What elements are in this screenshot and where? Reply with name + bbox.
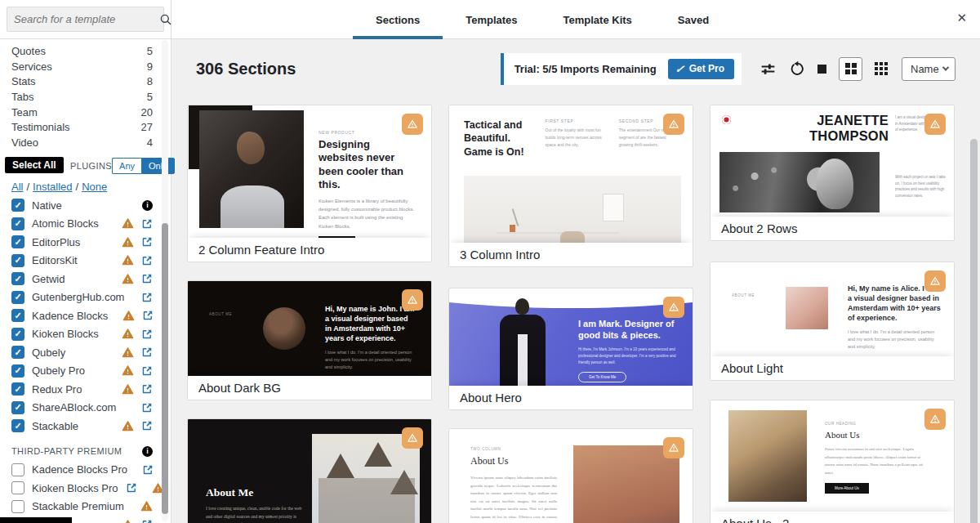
preview-eyebrow: ABOUT ME — [732, 293, 755, 297]
external-link-icon[interactable] — [141, 383, 153, 395]
warning-icon — [122, 273, 134, 285]
missing-plugin-warning-badge[interactable] — [402, 114, 423, 135]
link-installed[interactable]: Installed — [33, 181, 72, 193]
category-team[interactable]: Team20 — [0, 105, 171, 120]
external-link-icon[interactable] — [126, 482, 137, 494]
checkbox[interactable]: ✓ — [11, 254, 24, 267]
roof-shape — [327, 454, 354, 478]
link-all[interactable]: All — [11, 181, 23, 193]
missing-plugin-warning-badge[interactable] — [924, 409, 946, 430]
checkbox[interactable]: ✓ — [11, 346, 24, 359]
filter-icon[interactable] — [760, 60, 777, 78]
main-tabs: Sections Templates Template Kits Saved — [353, 0, 732, 39]
category-services[interactable]: Services9 — [0, 59, 171, 74]
checkbox[interactable]: ✓ — [11, 419, 24, 432]
external-link-icon[interactable] — [141, 346, 153, 358]
template-card-about-hero[interactable]: I am Mark. Designer of good bits & piece… — [448, 288, 693, 410]
category-count: 5 — [147, 45, 153, 57]
preview-text-column: Hi, My name is Alice. I am a visual desi… — [848, 284, 941, 351]
checkbox[interactable] — [11, 500, 24, 513]
main-scrollbar-thumb[interactable] — [970, 139, 978, 523]
info-icon[interactable]: i — [142, 446, 153, 457]
template-preview: ABOUT ME Hi, My name is Alice. I am a vi… — [710, 262, 954, 356]
toggle-any[interactable]: Any — [112, 158, 141, 174]
missing-plugin-warning-badge[interactable] — [924, 114, 946, 135]
tab-template-kits[interactable]: Template Kits — [541, 0, 655, 39]
image-toggle-icon[interactable] — [817, 65, 826, 74]
external-link-icon[interactable] — [141, 420, 153, 431]
missing-plugin-warning-badge[interactable] — [663, 437, 684, 458]
portrait-photo — [719, 152, 880, 212]
checkbox[interactable]: ✓ — [11, 401, 24, 414]
tab-sections[interactable]: Sections — [353, 0, 443, 39]
preview-headline: Tactical and Beautiful. Game is On! — [464, 118, 534, 159]
close-icon[interactable]: ✕ — [956, 11, 967, 25]
template-card-about-2-rows[interactable]: JEANETTE THOMPSON I am a visual designer… — [710, 105, 955, 241]
external-link-icon[interactable] — [141, 273, 153, 284]
template-card-2-column-feature-intro[interactable]: NEW PRODUCT Designing websites never bee… — [187, 105, 432, 262]
toggle-only[interactable]: Only — [141, 158, 175, 174]
checkbox[interactable]: ✓ — [11, 309, 24, 322]
card-title: About Hero — [460, 391, 522, 405]
checkbox[interactable]: ✓ — [11, 199, 24, 212]
search-input[interactable] — [14, 13, 159, 25]
external-link-icon[interactable] — [141, 255, 153, 266]
checkbox[interactable]: ✓ — [11, 382, 24, 396]
preview-body: Viverra ipsum nunc aliquet bibendum enim… — [470, 474, 557, 523]
external-link-icon[interactable] — [142, 310, 154, 321]
missing-plugin-warning-badge[interactable] — [402, 289, 423, 311]
checkbox[interactable] — [11, 481, 24, 494]
select-all-tooltip: Select All — [5, 157, 64, 173]
external-link-icon[interactable] — [141, 218, 153, 230]
sidebar-scrollbar-thumb[interactable] — [162, 223, 168, 514]
preview-eyebrow: TWO COLUMN — [470, 447, 557, 451]
card-title-bar: About Hero — [449, 386, 693, 409]
dense-grid-view-icon[interactable] — [875, 62, 888, 75]
checkbox[interactable]: ✓ — [11, 272, 24, 285]
template-card-about-me[interactable]: About Me I love creating unique, clean, … — [187, 418, 432, 523]
category-label: Tabs — [11, 91, 147, 103]
checkbox[interactable]: ✓ — [11, 291, 24, 304]
grid-view-icon[interactable] — [839, 57, 862, 81]
external-link-icon[interactable] — [141, 402, 153, 413]
info-icon[interactable]: i — [142, 200, 153, 211]
category-testimonials[interactable]: Testimonials27 — [0, 119, 171, 135]
external-link-icon[interactable] — [141, 236, 153, 248]
external-link-icon[interactable] — [141, 329, 153, 340]
check-icon: ✓ — [14, 366, 21, 375]
plugin-label: Stackable — [32, 420, 78, 432]
external-link-icon[interactable] — [141, 519, 153, 523]
missing-plugin-warning-badge[interactable] — [663, 297, 684, 318]
checkbox[interactable]: ✓ — [11, 235, 24, 248]
check-icon: ✓ — [14, 275, 21, 284]
missing-plugin-warning-badge[interactable] — [402, 427, 423, 449]
category-quotes[interactable]: Quotes5 — [0, 43, 171, 59]
template-card-3-column-intro[interactable]: Tactical and Beautiful. Game is On! FIRS… — [448, 105, 693, 267]
template-preview: I am Mark. Designer of good bits & piece… — [449, 288, 693, 386]
checkbox[interactable]: ✓ — [11, 217, 24, 230]
checkbox[interactable] — [11, 463, 24, 476]
plugin-label: EditorsKit — [32, 254, 78, 266]
external-link-icon[interactable] — [141, 365, 153, 377]
link-none[interactable]: None — [82, 181, 107, 193]
template-card-about-us[interactable]: TWO COLUMN About Us Viverra ipsum nunc a… — [448, 428, 693, 523]
external-link-icon[interactable] — [141, 292, 153, 303]
template-card-about-light[interactable]: ABOUT ME Hi, My name is Alice. I am a vi… — [710, 262, 955, 381]
external-link-icon[interactable] — [142, 464, 154, 476]
category-tabs[interactable]: Tabs5 — [0, 89, 171, 105]
search-box — [7, 7, 164, 32]
template-card-about-dark-bg[interactable]: ABOUT ME Hi, My name is John. I am a vis… — [187, 280, 432, 400]
category-stats[interactable]: Stats8 — [0, 74, 171, 89]
tab-templates[interactable]: Templates — [443, 0, 540, 39]
refresh-icon[interactable] — [789, 60, 805, 77]
missing-plugin-warning-badge[interactable] — [663, 114, 684, 135]
tab-saved[interactable]: Saved — [655, 0, 732, 39]
category-video[interactable]: Video4 — [0, 135, 171, 150]
checkbox[interactable]: ✓ — [11, 328, 24, 341]
template-card-about-us-2[interactable]: OUR HEADING About Us Purus viverra accum… — [710, 400, 955, 523]
sort-select[interactable]: Name — [902, 57, 956, 81]
get-pro-button[interactable]: ✓ Get Pro — [668, 59, 734, 79]
checkbox[interactable]: ✓ — [11, 364, 24, 378]
get-pro-label: Get Pro — [689, 63, 724, 74]
missing-plugin-warning-badge[interactable] — [924, 270, 946, 292]
